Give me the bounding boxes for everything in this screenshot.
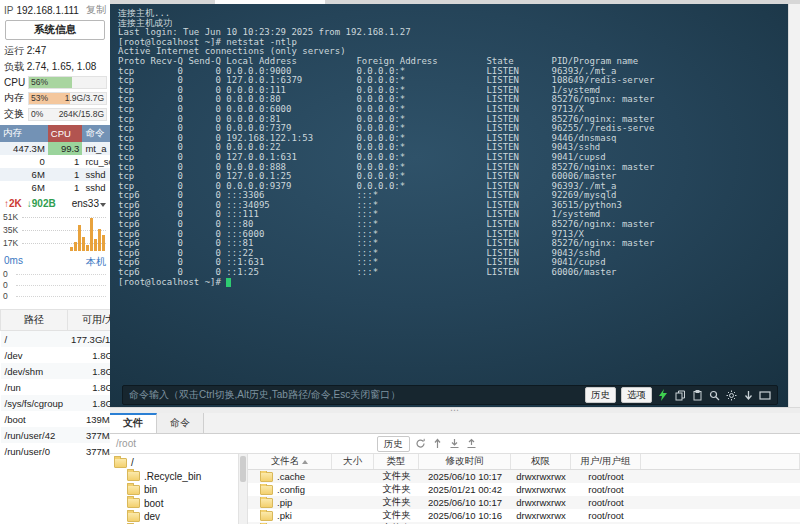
- file-table: 文件名 大小 类型 修改时间 权限 用户: [248, 454, 800, 524]
- disk-path: /run: [1, 379, 68, 395]
- meter-track: 0% 264K/15.8G: [28, 108, 107, 121]
- download-icon[interactable]: [449, 438, 461, 450]
- tree-scrollbar-thumb[interactable]: [240, 456, 246, 482]
- meter-label: 交换: [4, 107, 25, 121]
- terminal-scrollbar[interactable]: [788, 4, 800, 407]
- tree-item-label: boot: [144, 498, 163, 509]
- tree-item[interactable]: /: [110, 456, 238, 470]
- path-input[interactable]: /root: [116, 438, 136, 449]
- command-input[interactable]: 命令输入（双击Ctrl切换,Alt历史,Tab路径/命令,Esc关闭窗口）: [129, 388, 580, 402]
- file-permissions: drwxrwxrwx: [511, 510, 571, 521]
- file-row[interactable]: .config 文件夹 2025/01/21 00:42 drwxrwxrwx …: [248, 483, 800, 496]
- file-panel-tabs: 文件命令: [110, 413, 800, 434]
- disk-path: /run/user/0: [1, 443, 68, 459]
- options-button[interactable]: 选项: [621, 387, 652, 403]
- history-button[interactable]: 历史: [585, 387, 616, 403]
- system-info-button[interactable]: 系统信息: [5, 20, 105, 40]
- uptime-line: 运行 2:47: [0, 43, 110, 59]
- file-row[interactable]: .pki 文件夹 2025/06/10 10:16 drwxrwxrwx roo…: [248, 509, 800, 522]
- file-panel-tab[interactable]: 文件: [110, 413, 157, 433]
- network-bar: [70, 247, 73, 251]
- file-type: 文件夹: [374, 483, 419, 496]
- process-memory: 6M: [0, 168, 48, 181]
- process-cpu: 1: [48, 181, 83, 194]
- process-memory: 0: [0, 155, 48, 168]
- file-row[interactable]: .pip 文件夹 2025/06/10 10:17 drwxrwxrwx roo…: [248, 496, 800, 509]
- file-column-header[interactable]: 修改时间: [419, 454, 511, 469]
- interface-selector[interactable]: ens33: [72, 198, 106, 209]
- folder-icon: [260, 485, 273, 495]
- process-col-command[interactable]: 命令: [82, 125, 110, 142]
- file-owner: root/root: [571, 510, 641, 521]
- file-owner: root/root: [571, 497, 641, 508]
- file-row[interactable]: .cache 文件夹 2025/06/10 10:17 drwxrwxrwx r…: [248, 470, 800, 483]
- file-column-header[interactable]: [641, 454, 800, 469]
- tree-item-label: .Recycle_bin: [144, 471, 201, 482]
- process-command: sshd: [82, 168, 110, 181]
- copy-icon[interactable]: [674, 389, 686, 401]
- folder-icon: [260, 498, 273, 508]
- resource-meter: CPU 56%: [0, 75, 110, 90]
- down-arrow-icon[interactable]: [742, 389, 754, 401]
- file-column-header[interactable]: 文件名: [248, 454, 332, 469]
- paste-icon[interactable]: [691, 389, 703, 401]
- process-col-cpu[interactable]: CPU: [48, 125, 83, 142]
- file-history-button[interactable]: 历史: [377, 436, 410, 452]
- file-manager-panel: 文件命令 /root 历史 / .Recycle_bin: [110, 413, 800, 524]
- process-cpu: 99.3: [48, 142, 83, 155]
- upload-rate: ↑2K: [4, 198, 22, 209]
- gear-icon[interactable]: [725, 389, 737, 401]
- file-column-header[interactable]: 大小: [332, 454, 374, 469]
- file-column-label: 文件名: [271, 455, 300, 468]
- disk-path: /dev/shm: [1, 363, 68, 379]
- ping-gridline: 0: [2, 280, 108, 291]
- tree-scrollbar[interactable]: [238, 454, 248, 524]
- download-rate: ↓902B: [27, 198, 56, 209]
- file-column-header[interactable]: 权限: [511, 454, 571, 469]
- meter-percent: 56%: [31, 77, 48, 88]
- tree-item[interactable]: boot: [110, 497, 238, 511]
- up-arrow-icon[interactable]: [432, 438, 444, 450]
- file-table-header: 文件名 大小 类型 修改时间 权限 用户: [248, 454, 800, 470]
- resource-meters: CPU 56% 内存 53% 1.9G/3.7G 交换 0%: [0, 75, 110, 122]
- process-col-memory[interactable]: 内存: [0, 125, 48, 142]
- tree-item[interactable]: .Recycle_bin: [110, 470, 238, 484]
- graph-tick-label: 17K: [3, 238, 18, 248]
- network-graph: 51K 35K 17K: [2, 211, 108, 251]
- window-icon[interactable]: [759, 389, 771, 401]
- terminal-output: 连接主机...连接主机成功Last login: Tue Jun 10 10:2…: [110, 4, 788, 287]
- ping-target-selector[interactable]: 本机: [86, 255, 106, 269]
- refresh-icon[interactable]: [415, 438, 427, 450]
- file-owner: root/root: [571, 471, 641, 482]
- ip-row: IP 192.168.1.111 复制: [0, 0, 110, 18]
- file-column-header[interactable]: 用户/用户组: [571, 454, 641, 469]
- disk-path: /sys/fs/cgroup: [1, 395, 68, 411]
- tree-item[interactable]: bin: [110, 483, 238, 497]
- meter-percent: 53%: [31, 93, 48, 104]
- process-row[interactable]: 6M 1 sshd: [0, 168, 110, 181]
- folder-icon: [127, 512, 140, 522]
- lightning-icon[interactable]: [657, 389, 669, 401]
- file-column-header[interactable]: 类型: [374, 454, 419, 469]
- resource-meter: 内存 53% 1.9G/3.7G: [0, 90, 110, 106]
- copy-ip-button[interactable]: 复制: [86, 3, 106, 17]
- terminal-prompt-line: [root@localhost ~]#: [118, 278, 788, 288]
- terminal-prompt: [root@localhost ~]#: [118, 277, 226, 287]
- graph-tick-label: 35K: [3, 225, 18, 235]
- network-bar: [102, 235, 105, 251]
- resource-meter: 交换 0% 264K/15.8G: [0, 106, 110, 122]
- ping-tick-label: 0: [3, 269, 8, 279]
- meter-track: 53% 1.9G/3.7G: [28, 92, 107, 105]
- process-row[interactable]: 447.3M 99.3 mt_a: [0, 142, 110, 155]
- file-mtime: 2025/06/10 10:17: [419, 471, 511, 482]
- tree-item[interactable]: dev: [110, 510, 238, 524]
- process-row[interactable]: 6M 1 sshd: [0, 181, 110, 194]
- search-icon[interactable]: [708, 389, 720, 401]
- process-row[interactable]: 0 1 rcu_sched: [0, 155, 110, 168]
- disk-col-path[interactable]: 路径: [1, 310, 68, 331]
- network-bar: [90, 218, 93, 251]
- ip-label: IP: [4, 5, 13, 16]
- upload-icon[interactable]: [466, 438, 478, 450]
- file-panel-tab[interactable]: 命令: [157, 413, 204, 433]
- terminal[interactable]: 连接主机...连接主机成功Last login: Tue Jun 10 10:2…: [110, 4, 788, 407]
